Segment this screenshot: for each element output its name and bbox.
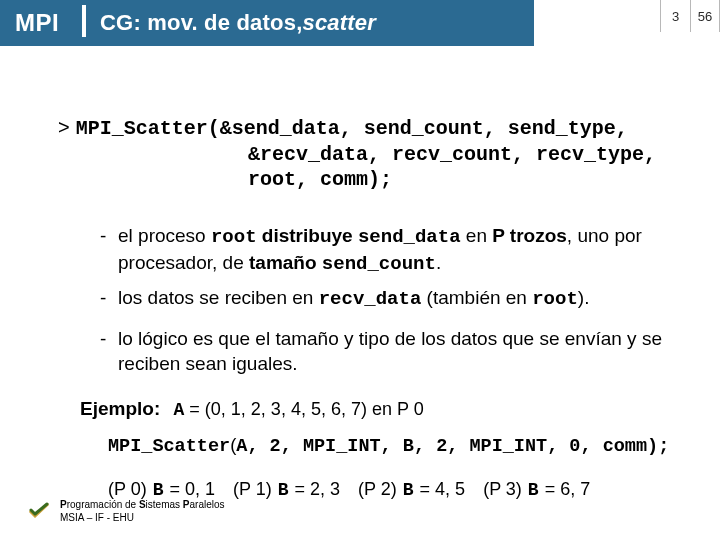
title-divider <box>82 5 86 37</box>
footer-line-1: Programación de Sistemas Paralelos <box>60 499 225 512</box>
slide-body: >MPI_Scatter(&send_data, send_count, sen… <box>58 115 695 500</box>
code: root <box>211 226 257 248</box>
page-indicator: 3 56 <box>660 0 720 32</box>
var: B <box>153 480 164 500</box>
fn-args: A, 2, MPI_INT, B, 2, MPI_INT, 0, comm); <box>236 436 669 457</box>
bullet-1: el proceso root distribuye send_data en … <box>100 223 695 277</box>
proc-result-1: (P 1) B = 2, 3 <box>233 479 340 500</box>
t: P <box>183 499 190 510</box>
proc-result-3: (P 3) B = 6, 7 <box>483 479 590 500</box>
title-italic: scatter <box>302 10 376 36</box>
function-prototype: >MPI_Scatter(&send_data, send_count, sen… <box>58 115 695 193</box>
example-call: MPI_Scatter(A, 2, MPI_INT, B, 2, MPI_INT… <box>108 434 695 457</box>
proto-line-3: root, comm); <box>58 167 695 193</box>
proc-id: (P 1) <box>233 479 277 499</box>
proc-id: (P 3) <box>483 479 527 499</box>
t: S <box>139 499 146 510</box>
text: = (0, 1, 2, 3, 4, 5, 6, 7) en P 0 <box>184 399 423 419</box>
code: A <box>174 400 185 420</box>
footer: Programación de Sistemas Paralelos MSIA … <box>60 499 225 524</box>
bullet-list: el proceso root distribuye send_data en … <box>100 223 695 376</box>
vals: = 6, 7 <box>540 479 591 499</box>
proto-line-1: MPI_Scatter(&send_data, send_count, send… <box>76 117 628 140</box>
t: aralelos <box>190 499 225 510</box>
text: lo lógico es que el tamaño y tipo de los… <box>118 328 662 374</box>
section-number: 3 <box>660 0 690 32</box>
slide-title: CG: mov. de datos, scatter <box>100 0 376 46</box>
proc-result-2: (P 2) B = 4, 5 <box>358 479 465 500</box>
t: rogramación de <box>67 499 139 510</box>
vals: = 0, 1 <box>165 479 216 499</box>
slide: MPI CG: mov. de datos, scatter 3 56 >MPI… <box>0 0 720 540</box>
example-results: (P 0) B = 0, 1 (P 1) B = 2, 3 (P 2) B = … <box>108 479 695 500</box>
var: B <box>278 480 289 500</box>
text: el proceso <box>118 225 211 246</box>
text: Ejemplo <box>80 398 154 419</box>
bold: P trozos <box>492 225 567 246</box>
proc-id: (P 2) <box>358 479 402 499</box>
proc-result-0: (P 0) B = 0, 1 <box>108 479 215 500</box>
text: los datos se reciben en <box>118 287 319 308</box>
t: P <box>60 499 67 510</box>
t: istemas <box>146 499 183 510</box>
prompt-symbol: > <box>58 116 70 138</box>
checkmark-icon <box>28 502 50 518</box>
text: . <box>436 252 441 273</box>
proto-line-2: &recv_data, recv_count, recv_type, <box>58 142 695 168</box>
bullet-2: los datos se reciben en recv_data (tambi… <box>100 285 695 312</box>
var: B <box>528 480 539 500</box>
code: send_data <box>358 226 461 248</box>
bullet-3: lo lógico es que el tamaño y tipo de los… <box>100 326 695 376</box>
bold: distribuye <box>257 225 358 246</box>
var: B <box>403 480 414 500</box>
title-prefix: CG: mov. de datos, <box>100 10 302 36</box>
text: en <box>461 225 493 246</box>
vals: = 2, 3 <box>290 479 341 499</box>
text: ). <box>578 287 590 308</box>
page-number: 56 <box>690 0 720 32</box>
example-label: Ejemplo: <box>80 398 160 419</box>
proc-id: (P 0) <box>108 479 152 499</box>
code: root <box>532 288 578 310</box>
vals: = 4, 5 <box>415 479 466 499</box>
example-label-row: Ejemplo: A = (0, 1, 2, 3, 4, 5, 6, 7) en… <box>80 398 695 420</box>
bold: tamaño <box>249 252 322 273</box>
text: (también en <box>421 287 532 308</box>
fn-name: MPI_Scatter <box>108 436 230 457</box>
example-array: A = (0, 1, 2, 3, 4, 5, 6, 7) en P 0 <box>174 399 424 419</box>
code: recv_data <box>319 288 422 310</box>
title-badge: MPI <box>0 0 74 46</box>
footer-line-2: MSIA – IF - EHU <box>60 512 225 525</box>
code: send_count <box>322 253 436 275</box>
